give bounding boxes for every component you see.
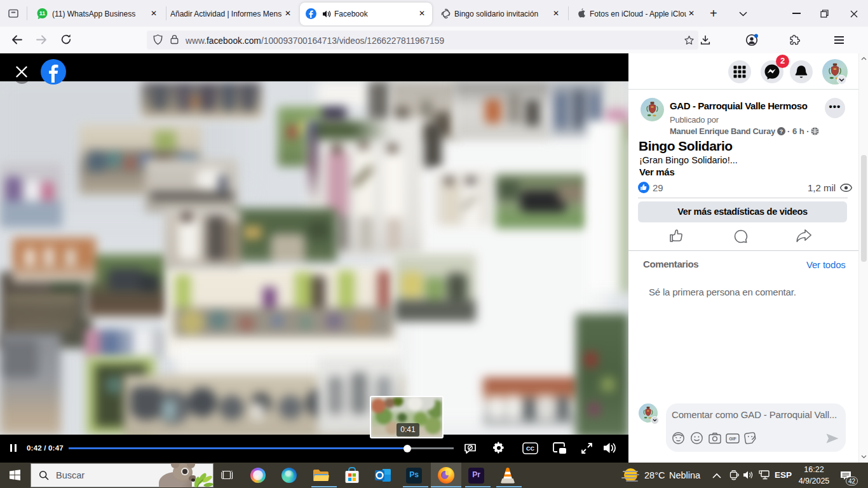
svg-text:11: 11 (39, 10, 46, 17)
svg-text:GIF: GIF (729, 437, 736, 441)
svg-text:CC: CC (526, 445, 534, 452)
svg-text:?: ? (780, 128, 783, 135)
